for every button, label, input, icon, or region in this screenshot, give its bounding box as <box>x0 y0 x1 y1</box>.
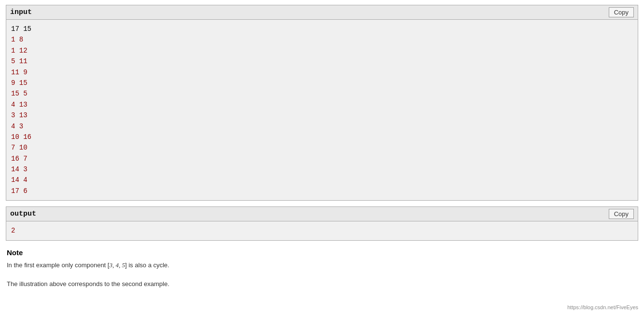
input-header: input Copy <box>6 5 638 20</box>
input-content: 17 151 81 125 1111 99 1515 54 133 134 31… <box>6 20 638 200</box>
list-item: 5 11 <box>11 56 633 67</box>
list-item: 4 13 <box>11 99 633 110</box>
watermark: https://blog.csdn.net/FiveEyes <box>567 304 638 310</box>
output-content: 2 <box>6 221 638 240</box>
note-section: Note In the first example only component… <box>6 247 638 292</box>
output-title: output <box>10 210 36 218</box>
output-header: output Copy <box>6 207 638 221</box>
input-block: input Copy 17 151 81 125 1111 99 1515 54… <box>6 5 638 201</box>
list-item: 3 13 <box>11 110 633 121</box>
note-title: Note <box>7 248 637 257</box>
output-block: output Copy 2 <box>6 206 638 240</box>
list-item: 4 3 <box>11 121 633 132</box>
list-item: 9 15 <box>11 78 633 88</box>
list-item: 17 6 <box>11 186 633 196</box>
list-item: 17 15 <box>11 24 633 34</box>
input-copy-button[interactable]: Copy <box>609 7 634 17</box>
list-item: 2 <box>11 225 633 236</box>
list-item: 1 8 <box>11 34 633 45</box>
output-copy-button[interactable]: Copy <box>609 209 634 219</box>
list-item: 14 4 <box>11 175 633 185</box>
main-container: input Copy 17 151 81 125 1111 99 1515 54… <box>0 0 644 296</box>
list-item: 11 9 <box>11 67 633 78</box>
note-paragraph2: The illustration above corresponds to th… <box>7 278 637 289</box>
list-item: 10 16 <box>11 132 633 142</box>
list-item: 1 12 <box>11 45 633 56</box>
list-item: 7 10 <box>11 142 633 153</box>
input-title: input <box>10 8 32 16</box>
list-item: 15 5 <box>11 88 633 99</box>
note-paragraph1: In the first example only component [3, … <box>7 260 637 271</box>
list-item: 14 3 <box>11 164 633 175</box>
list-item: 16 7 <box>11 153 633 164</box>
